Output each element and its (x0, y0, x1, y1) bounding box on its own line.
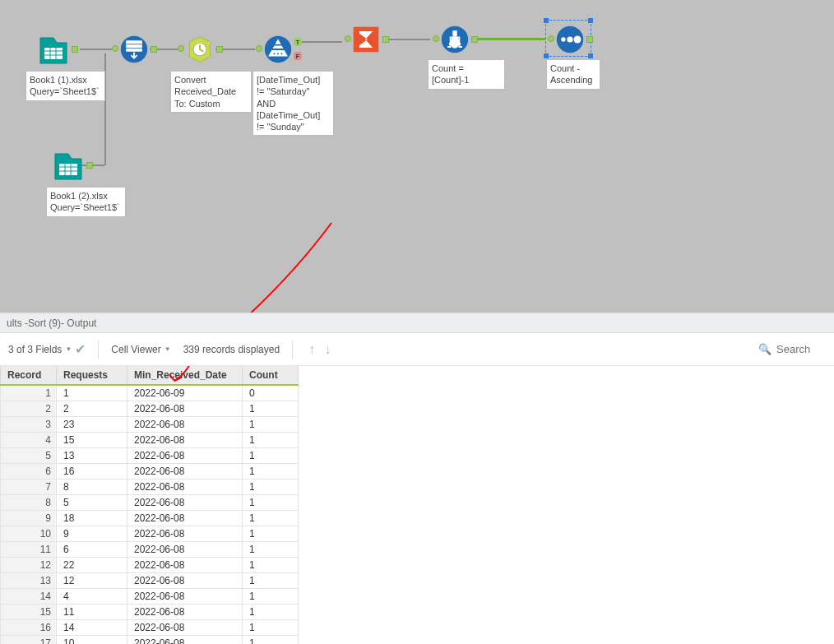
cell-date[interactable]: 2022-06-08 (127, 636, 243, 645)
cell-requests[interactable]: 6 (57, 542, 127, 558)
table-row[interactable]: 3232022-06-081 (1, 417, 299, 433)
cell-date[interactable]: 2022-06-08 (127, 401, 243, 417)
cell-date[interactable]: 2022-06-08 (127, 542, 243, 558)
output-anchor[interactable] (382, 36, 389, 43)
cell-requests[interactable]: 23 (57, 417, 127, 433)
formula-tool[interactable] (436, 23, 473, 56)
cell-requests[interactable]: 13 (57, 448, 127, 464)
cell-date[interactable]: 2022-06-08 (127, 495, 243, 511)
results-anchor: - Output (61, 317, 96, 329)
output-anchor[interactable] (471, 36, 478, 43)
output-anchor[interactable] (586, 36, 593, 43)
output-anchor[interactable] (216, 46, 223, 53)
cell-date[interactable]: 2022-06-09 (127, 385, 243, 401)
input-data-tool-2[interactable] (49, 151, 86, 183)
cell-requests[interactable]: 11 (57, 605, 127, 620)
cell-date[interactable]: 2022-06-08 (127, 589, 243, 605)
svg-point-16 (567, 36, 572, 42)
cell-count[interactable]: 1 (243, 620, 299, 636)
cell-count[interactable]: 1 (243, 589, 299, 605)
cell-count[interactable]: 1 (243, 605, 299, 620)
cell-requests[interactable]: 8 (57, 480, 127, 495)
datetime-tool[interactable] (181, 33, 218, 66)
output-anchor[interactable] (151, 46, 157, 53)
table-row[interactable]: 13122022-06-081 (1, 573, 299, 589)
cell-count[interactable]: 1 (243, 448, 299, 464)
arrow-down-icon[interactable]: ↓ (324, 342, 331, 356)
cell-viewer-dropdown[interactable]: Cell Viewer ▼ (111, 344, 170, 355)
cell-date[interactable]: 2022-06-08 (127, 558, 243, 573)
summarize-tool[interactable] (347, 23, 384, 56)
cell-date[interactable]: 2022-06-08 (127, 448, 243, 464)
table-row[interactable]: 16142022-06-081 (1, 620, 299, 636)
cell-requests[interactable]: 1 (57, 385, 127, 401)
output-anchor[interactable] (72, 46, 78, 53)
cell-requests[interactable]: 12 (57, 573, 127, 589)
cell-requests[interactable]: 15 (57, 433, 127, 448)
filter-tool[interactable] (259, 33, 296, 66)
cell-requests[interactable]: 18 (57, 511, 127, 526)
output-anchor[interactable] (86, 162, 93, 169)
table-row[interactable]: 1162022-06-081 (1, 542, 299, 558)
search-box[interactable]: 🔍 (758, 343, 826, 355)
cell-count[interactable]: 1 (243, 480, 299, 495)
cell-date[interactable]: 2022-06-08 (127, 620, 243, 636)
cell-date[interactable]: 2022-06-08 (127, 526, 243, 542)
workflow-canvas[interactable]: Book1 (1).xlsx Query=`Sheet1$` Book1 (2)… (0, 0, 834, 313)
tool-annotation: Book1 (1).xlsx Query=`Sheet1$` (25, 71, 105, 101)
cell-date[interactable]: 2022-06-08 (127, 480, 243, 495)
search-input[interactable] (776, 343, 826, 355)
arrow-up-icon[interactable]: ↑ (308, 342, 315, 356)
table-row[interactable]: 17102022-06-081 (1, 636, 299, 645)
cell-requests[interactable]: 2 (57, 401, 127, 417)
fields-dropdown[interactable]: 3 of 3 Fields ▼ ✔ (8, 341, 86, 357)
table-row[interactable]: 1442022-06-081 (1, 589, 299, 605)
input-data-tool-1[interactable] (35, 35, 72, 67)
cell-date[interactable]: 2022-06-08 (127, 464, 243, 480)
cell-date[interactable]: 2022-06-08 (127, 511, 243, 526)
col-header-count[interactable]: Count (243, 366, 299, 385)
cell-count[interactable]: 1 (243, 464, 299, 480)
cell-count[interactable]: 1 (243, 573, 299, 589)
cell-count[interactable]: 1 (243, 417, 299, 433)
cell-date[interactable]: 2022-06-08 (127, 433, 243, 448)
cell-requests[interactable]: 14 (57, 620, 127, 636)
cell-requests[interactable]: 9 (57, 526, 127, 542)
table-row[interactable]: 1092022-06-081 (1, 526, 299, 542)
table-row[interactable]: 5132022-06-081 (1, 448, 299, 464)
table-row[interactable]: 852022-06-081 (1, 495, 299, 511)
cell-count[interactable]: 1 (243, 636, 299, 645)
table-row[interactable]: 6162022-06-081 (1, 464, 299, 480)
results-grid[interactable]: Record Requests Min_Received_Date Count … (0, 366, 834, 644)
cell-count[interactable]: 1 (243, 542, 299, 558)
cell-requests[interactable]: 5 (57, 495, 127, 511)
cell-requests[interactable]: 22 (57, 558, 127, 573)
cell-count[interactable]: 1 (243, 558, 299, 573)
sort-tool[interactable] (551, 23, 588, 56)
table-row[interactable]: 112022-06-090 (1, 385, 299, 401)
col-header-date[interactable]: Min_Received_Date (127, 366, 243, 385)
table-row[interactable]: 4152022-06-081 (1, 433, 299, 448)
cell-date[interactable]: 2022-06-08 (127, 605, 243, 620)
cell-date[interactable]: 2022-06-08 (127, 573, 243, 589)
cell-requests[interactable]: 16 (57, 464, 127, 480)
cell-count[interactable]: 1 (243, 511, 299, 526)
cell-requests[interactable]: 4 (57, 589, 127, 605)
table-row[interactable]: 15112022-06-081 (1, 605, 299, 620)
col-header-requests[interactable]: Requests (57, 366, 127, 385)
col-header-record[interactable]: Record (1, 366, 57, 385)
table-row[interactable]: 222022-06-081 (1, 401, 299, 417)
table-row[interactable]: 9182022-06-081 (1, 511, 299, 526)
cell-count[interactable]: 1 (243, 401, 299, 417)
cell-count[interactable]: 0 (243, 385, 299, 401)
cell-date[interactable]: 2022-06-08 (127, 417, 243, 433)
cell-count[interactable]: 1 (243, 495, 299, 511)
cell-count[interactable]: 1 (243, 526, 299, 542)
true-anchor[interactable]: T (294, 38, 302, 46)
table-row[interactable]: 12222022-06-081 (1, 558, 299, 573)
cell-requests[interactable]: 10 (57, 636, 127, 645)
union-tool[interactable] (115, 33, 152, 66)
table-row[interactable]: 782022-06-081 (1, 480, 299, 495)
cell-count[interactable]: 1 (243, 433, 299, 448)
false-anchor[interactable]: F (294, 52, 302, 60)
